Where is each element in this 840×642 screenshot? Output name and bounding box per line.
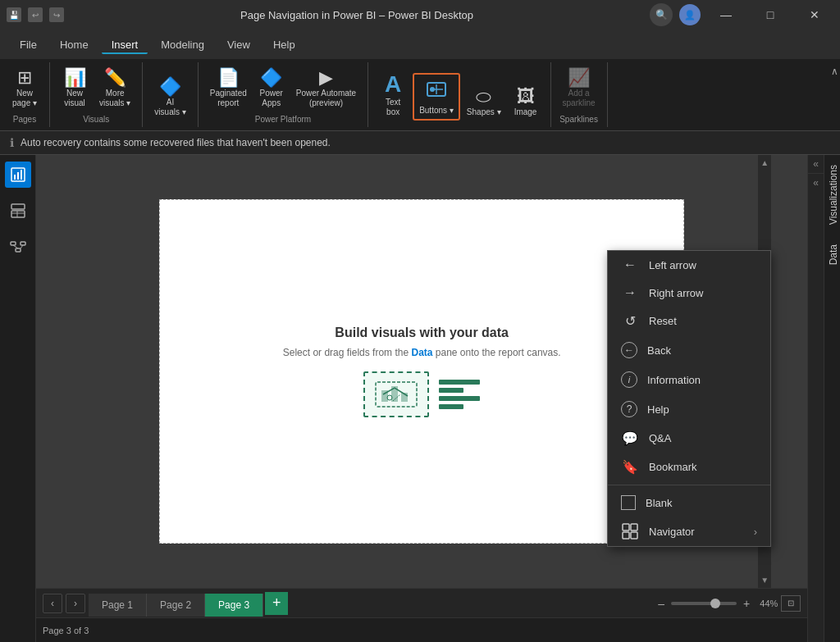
menu-bar: File Home Insert Modeling View Help — [0, 30, 840, 59]
left-arrow-label: Left arrow — [649, 259, 696, 271]
text-box-button[interactable]: A Textbox — [375, 70, 411, 121]
maximize-button[interactable]: □ — [751, 0, 789, 30]
add-sparkline-button[interactable]: 📈 Add asparkline — [558, 66, 600, 112]
page-next-button[interactable]: › — [66, 594, 85, 613]
placeholder-box — [363, 371, 429, 417]
new-page-button[interactable]: ⊞ Newpage ▾ — [7, 66, 43, 112]
power-apps-label: PowerApps — [260, 89, 283, 108]
placeholder-lines — [439, 371, 480, 417]
scroll-down-button[interactable]: ▼ — [758, 572, 771, 588]
close-button[interactable]: ✕ — [796, 0, 833, 30]
dropdown-right-arrow[interactable]: → Right arrow — [608, 279, 770, 307]
shapes-label: Shapes ▾ — [467, 107, 501, 117]
page-tab-3[interactable]: Page 3 — [205, 594, 263, 617]
visuals-group-label: Visuals — [83, 115, 109, 124]
help-icon: ? — [621, 401, 637, 417]
menu-modeling[interactable]: Modeling — [151, 35, 214, 54]
page-canvas: Build visuals with your data Select or d… — [159, 199, 684, 544]
buttons-button[interactable]: Buttons ▾ — [413, 73, 460, 121]
menu-help[interactable]: Help — [263, 35, 305, 54]
menu-home[interactable]: Home — [50, 35, 98, 54]
zoom-minus-button[interactable]: – — [655, 597, 668, 610]
qa-icon: 💬 — [621, 430, 639, 446]
zoom-thumb[interactable] — [710, 599, 720, 608]
sparkline-icon: 📈 — [568, 69, 590, 87]
menu-view[interactable]: View — [217, 35, 260, 54]
page-tab-2[interactable]: Page 2 — [147, 594, 205, 617]
dropdown-qa[interactable]: 💬 Q&A — [608, 424, 770, 453]
buttons-dropdown-menu: ← Left arrow → Right arrow ↺ Reset ← Bac… — [607, 250, 771, 547]
dropdown-back[interactable]: ← Back — [608, 335, 770, 365]
fit-to-screen-button[interactable]: ⊡ — [781, 595, 801, 612]
report-canvas[interactable]: Build visuals with your data Select or d… — [36, 155, 807, 588]
menu-insert[interactable]: Insert — [102, 35, 148, 54]
pages-group-label: Pages — [13, 115, 36, 124]
paginated-report-label: Paginatedreport — [210, 89, 247, 108]
more-visuals-button[interactable]: ✏️ Morevisuals ▾ — [94, 66, 135, 112]
sidebar-icon-report[interactable] — [5, 162, 31, 188]
save-icon[interactable]: 💾 — [7, 7, 21, 22]
page-tab-1[interactable]: Page 1 — [89, 594, 147, 617]
redo-icon[interactable]: ↪ — [49, 7, 64, 22]
information-label: Information — [647, 374, 701, 386]
dropdown-help[interactable]: ? Help — [608, 394, 770, 424]
shapes-icon: ⬭ — [476, 88, 491, 106]
svg-rect-9 — [11, 211, 25, 217]
power-automate-button[interactable]: ▶ Power Automate(preview) — [291, 66, 361, 112]
ai-visuals-icon: 🔷 — [159, 78, 181, 96]
add-page-button[interactable]: + — [265, 592, 288, 615]
scroll-up-button[interactable]: ▲ — [758, 155, 771, 171]
power-apps-button[interactable]: 🔷 PowerApps — [253, 66, 290, 112]
navigator-label: Navigator — [649, 526, 695, 538]
title-bar-controls: 💾 ↩ ↪ — [7, 7, 64, 22]
user-avatar[interactable]: 👤 — [679, 4, 701, 25]
undo-icon[interactable]: ↩ — [28, 7, 43, 22]
new-visual-button[interactable]: 📊 Newvisual — [57, 66, 93, 112]
image-icon: 🖼 — [517, 88, 535, 106]
dropdown-left-arrow[interactable]: ← Left arrow — [608, 251, 770, 279]
svg-rect-25 — [623, 532, 629, 539]
page-prev-button[interactable]: ‹ — [43, 594, 62, 613]
ai-visuals-button[interactable]: 🔷 AIvisuals ▾ — [149, 75, 190, 121]
more-visuals-icon: ✏️ — [104, 69, 126, 87]
reset-icon: ↺ — [621, 313, 639, 329]
reset-label: Reset — [649, 315, 677, 327]
shapes-button[interactable]: ⬭ Shapes ▾ — [462, 84, 506, 121]
zoom-slider[interactable] — [671, 602, 737, 605]
title-bar: 💾 ↩ ↪ Page Navigation in Power BI – Powe… — [0, 0, 840, 30]
ribbon-group-pages: ⊞ Newpage ▾ Pages — [0, 62, 50, 127]
paginated-report-button[interactable]: 📄 Paginatedreport — [205, 66, 252, 112]
window-title: Page Navigation in Power BI – Power BI D… — [64, 9, 650, 21]
sidebar-icon-data[interactable] — [5, 198, 31, 224]
pv-line-1 — [439, 380, 480, 385]
right-panel-collapse-btn-2[interactable]: « — [808, 174, 824, 192]
image-button[interactable]: 🖼 Image — [508, 84, 544, 121]
left-arrow-icon: ← — [621, 257, 639, 272]
menu-file[interactable]: File — [10, 35, 47, 54]
right-panel-collapse-btn-1[interactable]: « — [808, 155, 824, 174]
search-button[interactable]: 🔍 — [650, 3, 673, 26]
svg-line-15 — [13, 245, 18, 248]
visualizations-tab-label[interactable]: Visualizations — [824, 155, 840, 234]
zoom-plus-button[interactable]: + — [740, 597, 753, 610]
dropdown-reset[interactable]: ↺ Reset — [608, 307, 770, 335]
back-icon: ← — [621, 342, 637, 358]
minimize-button[interactable]: — — [707, 0, 745, 30]
dropdown-bookmark[interactable]: 🔖 Bookmark — [608, 453, 770, 481]
bookmark-icon: 🔖 — [621, 459, 639, 475]
data-tab-label[interactable]: Data — [824, 234, 840, 275]
main-area: Build visuals with your data Select or d… — [0, 155, 840, 642]
right-panel-labels: Visualizations Data — [824, 155, 840, 642]
notification-bar: ℹ Auto recovery contains some recovered … — [0, 131, 840, 155]
page-status-text: Page 3 of 3 — [43, 626, 89, 635]
sidebar-icon-model[interactable] — [5, 234, 31, 260]
dropdown-information[interactable]: i Information — [608, 365, 770, 394]
sparkline-label: Add asparkline — [563, 89, 596, 108]
ribbon-group-ai: 🔷 AIvisuals ▾ — [143, 62, 198, 127]
ribbon-collapse-button[interactable]: ∧ — [831, 66, 838, 77]
dropdown-navigator[interactable]: Navigator › — [608, 517, 770, 546]
power-platform-label: Power Platform — [255, 115, 311, 124]
ai-visuals-label: AIvisuals ▾ — [154, 98, 185, 117]
left-sidebar — [0, 155, 36, 642]
dropdown-blank[interactable]: Blank — [608, 489, 770, 517]
